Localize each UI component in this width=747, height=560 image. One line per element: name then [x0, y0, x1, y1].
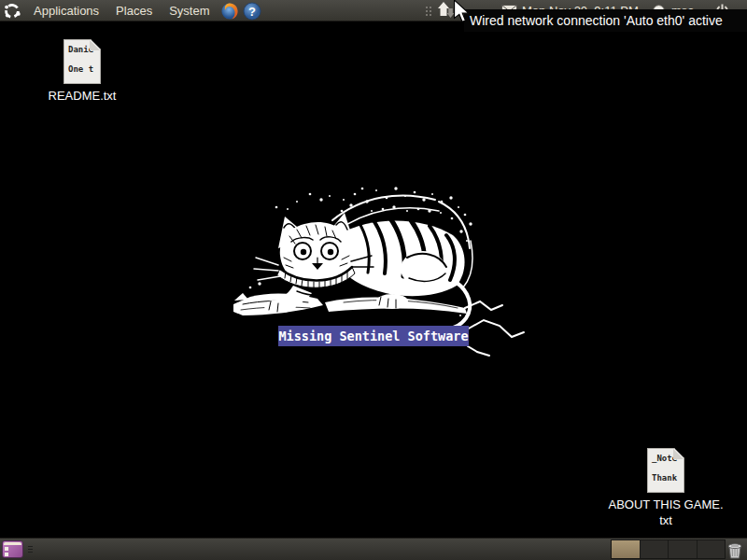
show-desktop-button[interactable] [2, 540, 23, 558]
icon-label: README.txt [45, 89, 120, 105]
menu-places[interactable]: Places [107, 0, 161, 21]
workspace-4[interactable] [697, 540, 726, 558]
mouse-cursor-icon [451, 0, 472, 22]
network-notification: Wired network connection 'Auto eth0' act… [464, 9, 747, 32]
menu-system[interactable]: System [161, 0, 218, 21]
svg-text:?: ? [249, 4, 257, 18]
text-file-icon[interactable]: Danie One t [63, 39, 101, 84]
distro-logo-icon[interactable] [3, 2, 21, 21]
workspace-switcher [611, 539, 726, 559]
desktop-icon-about-this-game[interactable]: _Note Thank ABOUT THIS GAME. txt [605, 448, 726, 529]
menu-applications[interactable]: Applications [25, 0, 107, 21]
window-square-decoration [5, 553, 8, 556]
help-launcher[interactable]: ? [242, 1, 262, 21]
page-fold-corner [673, 449, 684, 459]
window-list-grip[interactable] [28, 546, 33, 554]
help-icon: ? [243, 2, 261, 21]
applet-grip[interactable] [426, 7, 431, 16]
bottom-panel [0, 538, 747, 560]
firefox-launcher[interactable] [219, 1, 240, 21]
desktop-icon-readme[interactable]: Danie One t README.txt [45, 39, 120, 105]
text-file-icon[interactable]: _Note Thank [647, 448, 684, 493]
page-fold-corner [90, 40, 100, 50]
firefox-icon [220, 2, 239, 21]
workspace-1[interactable] [612, 540, 640, 558]
wallpaper-caption: Missing Sentinel Software [278, 326, 469, 346]
workspace-2[interactable] [640, 540, 669, 558]
workspace-3[interactable] [668, 540, 697, 558]
trash-icon[interactable] [726, 540, 744, 559]
desktop: Applications Places System ? [0, 0, 747, 560]
window-titlebar-decoration [4, 542, 21, 545]
icon-label: ABOUT THIS GAME. txt [605, 497, 726, 529]
window-square-decoration [5, 547, 8, 551]
